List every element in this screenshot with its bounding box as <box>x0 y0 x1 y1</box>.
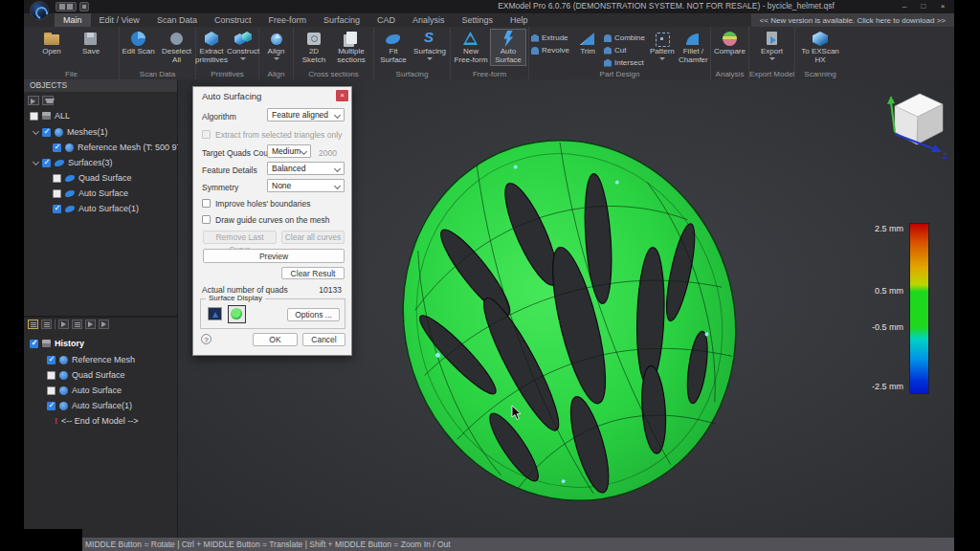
target-quads-select[interactable]: Medium <box>267 144 311 158</box>
compare-button[interactable]: Compare <box>712 29 748 57</box>
2d-sketch-button[interactable]: 2D Sketch <box>297 29 331 66</box>
combine-button[interactable]: Combine <box>602 32 648 44</box>
surfacing-button[interactable]: Surfacing <box>412 29 448 64</box>
checkbox[interactable] <box>53 143 61 152</box>
tree-item-auto-surface[interactable]: Auto Surface <box>53 187 128 200</box>
qat-customize-button[interactable] <box>79 2 89 11</box>
tree-item-all[interactable]: ALL <box>30 109 70 122</box>
deviation-colorbar <box>909 223 929 394</box>
align-button[interactable]: Align <box>260 29 292 64</box>
open-button[interactable]: Open <box>33 29 71 57</box>
revolve-button[interactable]: Revolve <box>529 44 573 56</box>
surface-display-plain-button[interactable] <box>208 307 222 320</box>
close-button[interactable]: × <box>933 0 952 12</box>
tab-surfacing[interactable]: Surfacing <box>315 13 368 27</box>
tab-settings[interactable]: Settings <box>454 13 502 27</box>
history-item-auto-surface[interactable]: Auto Surface <box>47 384 122 397</box>
save-button[interactable]: Save <box>72 29 110 57</box>
filter-expand-icon[interactable] <box>28 96 39 105</box>
checkbox[interactable] <box>53 205 61 213</box>
construct-button[interactable]: Construct <box>228 29 258 64</box>
auto-surface-button[interactable]: Auto Surface <box>490 29 526 66</box>
cut-button[interactable]: Cut <box>602 44 648 56</box>
to-exscan-hx-button[interactable]: To EXScan HX <box>798 29 842 66</box>
history-list-view-icon[interactable] <box>28 320 38 329</box>
history-item-auto-surface-1[interactable]: Auto Surface(1) <box>47 399 132 412</box>
qat-undo-icon[interactable] <box>67 4 73 10</box>
maximize-button[interactable]: □ <box>914 0 933 12</box>
fit-surface-button[interactable]: Fit Surface <box>376 29 411 66</box>
tree-item-reference-mesh[interactable]: Reference Mesh (T: 500 970) <box>53 141 189 154</box>
cube-icon <box>202 31 221 47</box>
tree-item-surfaces[interactable]: Surfaces(3) <box>33 156 113 169</box>
help-icon[interactable]: ? <box>201 334 212 344</box>
ok-button[interactable]: OK <box>253 333 298 346</box>
fillet-chamfer-button[interactable]: Fillet / Chamfer <box>677 29 710 66</box>
checkbox[interactable] <box>47 402 56 410</box>
tab-free-form[interactable]: Free-form <box>259 13 315 27</box>
checkbox[interactable] <box>47 371 56 380</box>
tab-main[interactable]: Main <box>55 13 91 27</box>
checkbox[interactable] <box>53 174 61 183</box>
tree-item-meshes[interactable]: Meshes(1) <box>33 125 108 139</box>
pattern-button[interactable]: Pattern <box>649 29 676 64</box>
trim-button[interactable]: Trim <box>574 29 601 57</box>
algorithm-select[interactable]: Feature aligned <box>267 108 345 121</box>
checkbox[interactable] <box>42 159 51 167</box>
extrude-button[interactable]: Extrude <box>529 32 573 44</box>
edit-scan-button[interactable]: Edit Scan <box>120 29 157 57</box>
view-cube[interactable]: z <box>881 87 950 162</box>
options-button[interactable]: Options ... <box>287 308 340 321</box>
history-item-quad-surface[interactable]: Quad Surface <box>47 368 125 382</box>
panel-splitter[interactable] <box>24 316 177 318</box>
tab-construct[interactable]: Construct <box>206 13 260 27</box>
tab-help[interactable]: Help <box>501 13 537 27</box>
step-back-icon[interactable] <box>85 320 96 329</box>
cancel-button[interactable]: Cancel <box>302 333 345 346</box>
expander-icon[interactable] <box>33 127 39 134</box>
tab-analysis[interactable]: Analysis <box>404 13 454 27</box>
tab-scan-data[interactable]: Scan Data <box>148 13 206 27</box>
group-label-align: Align <box>259 69 293 79</box>
checkbox[interactable] <box>30 340 38 348</box>
feature-details-select[interactable]: Balanced <box>267 162 345 175</box>
surface-display-deviation-button[interactable] <box>228 305 246 323</box>
tab-cad[interactable]: CAD <box>368 13 404 27</box>
step-forward-icon[interactable] <box>99 320 109 329</box>
checkbox[interactable] <box>42 128 51 137</box>
clear-result-button[interactable]: Clear Result <box>281 267 345 279</box>
group-label-cross-sections: Cross sections <box>294 69 373 79</box>
feature-details-label: Feature Details <box>202 165 257 175</box>
history-tree-view-icon[interactable] <box>41 320 52 329</box>
checkbox[interactable] <box>30 112 38 121</box>
dialog-close-button[interactable]: × <box>336 90 348 101</box>
deselect-all-button[interactable]: Deselect All <box>158 29 195 66</box>
preview-button[interactable]: Preview <box>203 249 345 263</box>
history-item-reference-mesh[interactable]: Reference Mesh <box>47 353 135 366</box>
tree-item-history[interactable]: History <box>30 337 84 350</box>
tab-edit-view[interactable]: Edit / View <box>91 13 148 27</box>
history-play-icon[interactable] <box>58 320 69 329</box>
intersect-button[interactable]: Intersect <box>602 56 648 69</box>
app-logo-icon[interactable] <box>30 1 49 20</box>
symmetry-select[interactable]: None <box>267 179 345 192</box>
filter-funnel-icon[interactable] <box>42 96 54 105</box>
multiple-sections-button[interactable]: Multiple sections <box>332 29 370 66</box>
minimize-button[interactable]: – <box>895 0 914 12</box>
expander-icon[interactable] <box>33 158 39 165</box>
tree-item-auto-surface-1[interactable]: Auto Surface(1) <box>53 202 139 215</box>
qat-save-icon[interactable] <box>59 4 65 10</box>
improve-holes-checkbox[interactable] <box>202 199 211 208</box>
extract-primitives-button[interactable]: Extract primitives <box>196 29 227 66</box>
update-notification[interactable]: << New version is available. Click here … <box>751 13 954 27</box>
checkbox[interactable] <box>47 386 56 395</box>
ribbon-group-scanning: To EXScan HX Scanning <box>795 27 845 79</box>
checkbox[interactable] <box>47 356 56 364</box>
new-free-form-button[interactable]: New Free-form <box>453 29 489 66</box>
quick-access-group <box>56 2 77 11</box>
draw-guide-checkbox[interactable] <box>202 215 211 224</box>
tree-item-quad-surface[interactable]: Quad Surface <box>53 171 132 185</box>
history-filter-icon[interactable] <box>72 320 82 329</box>
checkbox[interactable] <box>53 189 61 198</box>
export-button[interactable]: Export <box>755 29 790 64</box>
